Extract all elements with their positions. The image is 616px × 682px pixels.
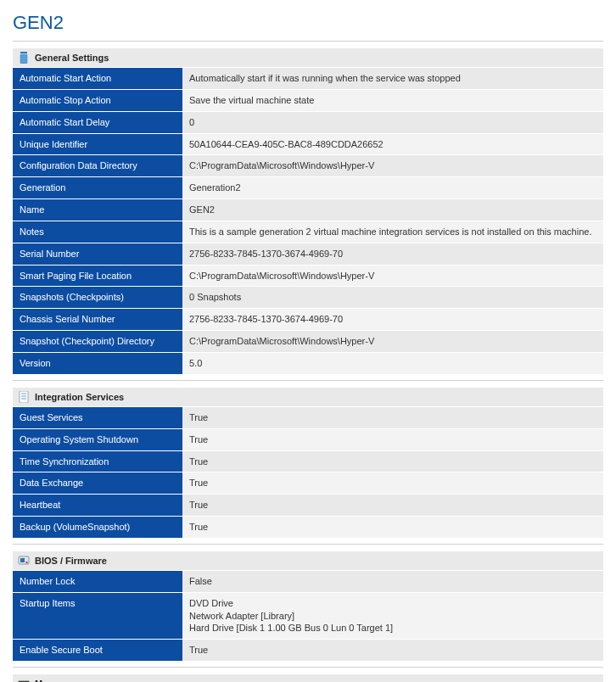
property-value: 50A10644-CEA9-405C-BAC8-489CDDA26652 <box>182 133 603 155</box>
memory-icon <box>18 678 30 682</box>
property-key: Snapshots (Checkpoints) <box>13 287 182 309</box>
property-value: DVD Drive Network Adapter [Library] Hard… <box>182 592 603 640</box>
property-value: 2756-8233-7845-1370-3674-4969-70 <box>182 243 603 265</box>
property-key: Operating System Shutdown <box>13 428 182 450</box>
svg-point-8 <box>25 562 27 563</box>
property-table: Number LockFalseStartup ItemsDVD Drive N… <box>13 571 603 662</box>
section-title: BIOS / Firmware <box>35 556 107 566</box>
property-value: True <box>182 407 603 428</box>
section-divider <box>13 544 603 545</box>
property-table: Guest ServicesTrueOperating System Shutd… <box>13 407 603 539</box>
property-value: True <box>182 495 603 517</box>
table-row: NameGEN2 <box>13 199 603 221</box>
section-divider <box>13 380 603 381</box>
property-value: GEN2 <box>182 199 603 221</box>
svg-rect-2 <box>20 391 28 403</box>
settings-icon <box>18 52 30 64</box>
svg-rect-0 <box>20 52 27 53</box>
property-key: Configuration Data Directory <box>13 155 182 177</box>
page-title: GEN2 <box>13 8 603 42</box>
property-key: Backup (VolumeSnapshot) <box>13 517 182 539</box>
property-value: This is a sample generation 2 virtual ma… <box>182 221 603 243</box>
section: Integration ServicesGuest ServicesTrueOp… <box>13 388 603 539</box>
section: BIOS / FirmwareNumber LockFalseStartup I… <box>13 551 603 662</box>
table-row: Automatic Stop ActionSave the virtual ma… <box>13 89 603 111</box>
property-table: Automatic Start ActionAutomatically star… <box>13 68 603 375</box>
section-header: Integration Services <box>13 388 603 407</box>
property-value: 5.0 <box>182 352 603 374</box>
property-value: C:\ProgramData\Microsoft\Windows\Hyper-V <box>182 155 603 177</box>
property-value: False <box>182 571 603 592</box>
table-row: Time SynchronizationTrue <box>13 450 603 472</box>
table-row: Snapshots (Checkpoints)0 Snapshots <box>13 287 603 309</box>
table-row: Smart Paging File LocationC:\ProgramData… <box>13 265 603 287</box>
table-row: Guest ServicesTrue <box>13 407 603 428</box>
property-key: Name <box>13 199 182 221</box>
property-value: Save the virtual machine state <box>182 89 603 111</box>
property-key: Time Synchronization <box>13 450 182 472</box>
property-value: 0 Snapshots <box>182 287 603 309</box>
property-key: Version <box>13 352 182 374</box>
property-value: 2756-8233-7845-1370-3674-4969-70 <box>182 309 603 331</box>
property-value: True <box>182 640 603 662</box>
property-key: Guest Services <box>13 407 182 428</box>
section-header: Memory <box>13 674 603 682</box>
property-key: Smart Paging File Location <box>13 265 182 287</box>
property-value: True <box>182 428 603 450</box>
property-key: Serial Number <box>13 243 182 265</box>
property-key: Startup Items <box>13 592 182 640</box>
table-row: Unique Identifier50A10644-CEA9-405C-BAC8… <box>13 133 603 155</box>
property-key: Enable Secure Boot <box>13 640 182 662</box>
table-row: Automatic Start Delay0 <box>13 111 603 133</box>
svg-rect-7 <box>20 558 25 562</box>
table-row: Backup (VolumeSnapshot)True <box>13 517 603 539</box>
property-value: True <box>182 450 603 472</box>
property-key: Unique Identifier <box>13 133 182 155</box>
property-key: Heartbeat <box>13 495 182 517</box>
property-key: Notes <box>13 221 182 243</box>
property-key: Data Exchange <box>13 472 182 495</box>
table-row: Number LockFalse <box>13 571 603 592</box>
property-value: C:\ProgramData\Microsoft\Windows\Hyper-V <box>182 265 603 287</box>
table-row: HeartbeatTrue <box>13 495 603 517</box>
property-key: Snapshot (Checkpoint) Directory <box>13 331 182 353</box>
property-value: Automatically start if it was running wh… <box>182 68 603 89</box>
section-header: BIOS / Firmware <box>13 551 603 571</box>
table-row: Version5.0 <box>13 352 603 374</box>
svg-rect-1 <box>20 54 27 64</box>
property-value: C:\ProgramData\Microsoft\Windows\Hyper-V <box>182 331 603 353</box>
property-value: Generation2 <box>182 177 603 199</box>
table-row: Serial Number2756-8233-7845-1370-3674-49… <box>13 243 603 265</box>
property-key: Automatic Start Delay <box>13 111 182 133</box>
section: General SettingsAutomatic Start ActionAu… <box>13 48 603 375</box>
table-row: NotesThis is a sample generation 2 virtu… <box>13 221 603 243</box>
table-row: GenerationGeneration2 <box>13 177 603 199</box>
table-row: Snapshot (Checkpoint) DirectoryC:\Progra… <box>13 331 603 353</box>
property-key: Automatic Stop Action <box>13 89 182 111</box>
property-key: Automatic Start Action <box>13 68 182 89</box>
property-key: Chassis Serial Number <box>13 309 182 331</box>
table-row: Data ExchangeTrue <box>13 472 603 495</box>
section-header: General Settings <box>13 48 603 68</box>
firmware-icon <box>18 555 30 567</box>
table-row: Operating System ShutdownTrue <box>13 428 603 450</box>
table-row: Configuration Data DirectoryC:\ProgramDa… <box>13 155 603 177</box>
section-divider <box>13 667 603 668</box>
property-value: 0 <box>182 111 603 133</box>
section-title: General Settings <box>35 53 109 63</box>
section: Memory <box>13 674 603 682</box>
property-value: True <box>182 472 603 495</box>
table-row: Chassis Serial Number2756-8233-7845-1370… <box>13 309 603 331</box>
table-row: Automatic Start ActionAutomatically star… <box>13 68 603 89</box>
document-icon <box>18 391 30 403</box>
section-title: Memory <box>35 679 70 682</box>
property-value: True <box>182 517 603 539</box>
property-key: Generation <box>13 177 182 199</box>
section-title: Integration Services <box>35 392 124 402</box>
table-row: Enable Secure BootTrue <box>13 640 603 662</box>
table-row: Startup ItemsDVD Drive Network Adapter [… <box>13 592 603 640</box>
property-key: Number Lock <box>13 571 182 592</box>
